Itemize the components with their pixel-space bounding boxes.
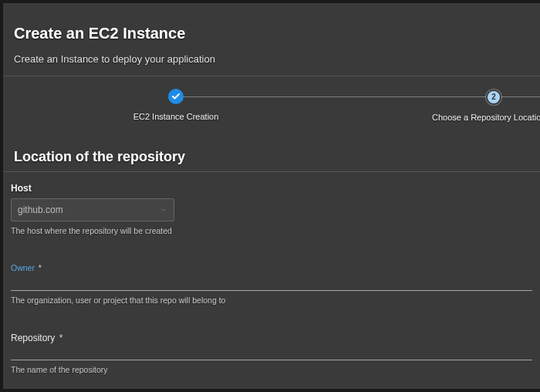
stepper: EC2 Instance Creation 2 Choose a Reposit…: [3, 89, 540, 135]
owner-input[interactable]: [11, 275, 532, 291]
create-ec2-panel: Create an EC2 Instance Create an Instanc…: [3, 3, 540, 389]
step-1-bubble: [168, 89, 184, 104]
page-title: Create an EC2 Instance: [14, 25, 529, 42]
page-subtitle: Create an Instance to deploy your applic…: [14, 53, 529, 65]
panel-header: Create an EC2 Instance Create an Instanc…: [3, 3, 540, 76]
host-select[interactable]: github.com: [11, 198, 174, 221]
repository-help: The name of the repository: [11, 365, 532, 374]
repository-label: Repository *: [11, 333, 532, 343]
owner-help: The organization, user or project that t…: [11, 296, 532, 305]
field-repository: Repository * The name of the repository: [3, 322, 540, 374]
host-select-value: github.com: [18, 204, 63, 215]
chevron-down-icon: [160, 206, 167, 214]
field-owner: Owner * The organization, user or projec…: [3, 252, 540, 305]
host-help: The host where the repository will be cr…: [11, 226, 532, 235]
repository-input[interactable]: [11, 345, 532, 360]
owner-label: Owner *: [11, 263, 532, 272]
step-2-label: Choose a Repository Location: [432, 113, 540, 122]
host-label: Host: [11, 183, 532, 194]
step-1[interactable]: EC2 Instance Creation: [127, 89, 225, 121]
step-2[interactable]: 2 Choose a Repository Location: [432, 89, 540, 122]
section-title-location: Location of the repository: [3, 135, 540, 172]
field-host: Host github.com The host where the repos…: [3, 172, 540, 235]
check-icon: [171, 92, 181, 101]
step-1-label: EC2 Instance Creation: [127, 112, 225, 121]
step-2-bubble: 2: [486, 90, 501, 105]
